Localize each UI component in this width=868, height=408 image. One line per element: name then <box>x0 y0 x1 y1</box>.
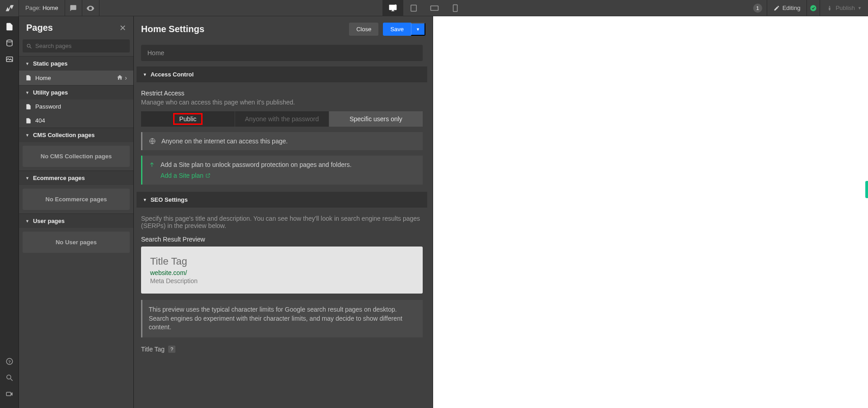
save-button[interactable]: Save <box>383 23 411 36</box>
page-value: Home <box>42 5 58 11</box>
page-indicator[interactable]: Page: Home <box>19 0 65 16</box>
serp-title: Title Tag <box>150 256 414 267</box>
ecom-pages-section[interactable]: ▼Ecommerce pages <box>19 171 133 185</box>
help-icon[interactable]: ? <box>168 346 175 353</box>
svg-point-0 <box>395 5 396 6</box>
pencil-icon <box>774 5 780 11</box>
caret-down-icon: ▼ <box>25 176 29 180</box>
mobile-landscape-device-button[interactable] <box>424 0 445 16</box>
page-name-field[interactable]: Home <box>141 45 423 61</box>
preview-icon[interactable] <box>82 0 99 16</box>
video-icon[interactable] <box>3 387 16 401</box>
svg-point-4 <box>811 5 816 11</box>
notification-count-badge[interactable]: 1 <box>753 4 762 13</box>
search-pages-input[interactable] <box>23 39 130 52</box>
caret-down-icon: ▼ <box>25 62 29 66</box>
svg-line-10 <box>10 379 13 381</box>
svg-point-12 <box>27 44 30 47</box>
arrow-up-icon <box>149 161 155 168</box>
status-ok-icon[interactable] <box>807 5 820 12</box>
svg-rect-2 <box>430 6 438 10</box>
chevron-right-icon: › <box>125 74 127 81</box>
serp-preview: Title Tag website.com/ Meta Description <box>141 247 423 294</box>
globe-icon <box>149 138 156 145</box>
caret-down-icon: ▼ <box>25 133 29 138</box>
static-pages-section[interactable]: ▼Static pages <box>19 56 133 71</box>
caret-down-icon: ▼ <box>25 219 29 223</box>
access-info-box: Anyone on the internet can access this p… <box>141 132 423 150</box>
access-option-public[interactable]: Public <box>141 111 235 127</box>
resize-handle[interactable] <box>865 181 868 198</box>
caret-down-icon: ▼ <box>25 90 29 95</box>
svg-text:?: ? <box>8 359 11 364</box>
empty-user: No User pages <box>23 232 130 253</box>
publish-button[interactable]: Publish ▼ <box>820 0 868 16</box>
top-bar: Page: Home 1 Editing <box>0 0 868 16</box>
add-element-icon[interactable] <box>3 20 16 33</box>
svg-rect-1 <box>411 5 416 11</box>
settings-panel: Home Settings Close Save ▼ Home ▼Access … <box>134 16 433 408</box>
home-icon <box>117 74 123 81</box>
chevron-down-icon: ▼ <box>416 27 420 32</box>
cms-pages-section[interactable]: ▼CMS Collection pages <box>19 128 133 142</box>
page-icon <box>25 118 32 124</box>
access-option-password[interactable]: Anyone with the password <box>235 111 329 127</box>
svg-line-13 <box>30 47 31 48</box>
restrict-access-label: Restrict Access <box>141 90 423 97</box>
seo-settings-header[interactable]: ▼SEO Settings <box>137 192 427 208</box>
save-dropdown-button[interactable]: ▼ <box>411 23 425 36</box>
title-tag-label: Title Tag <box>141 346 165 353</box>
access-control-header[interactable]: ▼Access Control <box>137 66 427 82</box>
webflow-logo-icon[interactable] <box>0 0 19 16</box>
page-item-password[interactable]: Password <box>19 100 133 114</box>
chevron-down-icon: ▼ <box>858 6 862 10</box>
pages-title: Pages <box>26 23 53 33</box>
page-label: Page: <box>25 5 41 11</box>
serp-preview-label: Search Result Preview <box>141 236 423 243</box>
caret-down-icon: ▼ <box>143 198 147 202</box>
svg-point-5 <box>7 40 12 42</box>
search-icon[interactable] <box>3 371 16 384</box>
assets-icon[interactable] <box>3 52 16 66</box>
page-icon <box>25 75 32 81</box>
tablet-device-button[interactable] <box>403 0 424 16</box>
serp-meta-desc: Meta Description <box>150 277 414 285</box>
svg-point-9 <box>7 375 11 379</box>
access-segmented-control: Public Anyone with the password Specific… <box>141 111 423 127</box>
svg-rect-3 <box>453 5 457 12</box>
empty-ecom: No Ecommerce pages <box>23 189 130 210</box>
access-option-users[interactable]: Specific users only <box>329 111 423 127</box>
help-icon[interactable]: ? <box>3 355 16 368</box>
serp-note: This preview uses the typical character … <box>141 300 423 337</box>
page-item-404[interactable]: 404 <box>19 114 133 128</box>
pages-panel: Pages ✕ ▼Static pages Home › ▼Utility pa… <box>19 16 134 408</box>
cms-icon[interactable] <box>3 36 16 50</box>
page-icon <box>25 104 32 110</box>
page-item-home[interactable]: Home › <box>19 71 133 85</box>
external-link-icon <box>205 173 211 178</box>
svg-rect-11 <box>6 392 11 396</box>
left-rail: ? <box>0 16 19 408</box>
user-pages-section[interactable]: ▼User pages <box>19 213 133 228</box>
canvas[interactable] <box>433 16 868 408</box>
close-icon[interactable]: ✕ <box>119 23 126 33</box>
serp-url: website.com/ <box>150 269 414 276</box>
add-site-plan-link[interactable]: Add a Site plan <box>160 172 211 179</box>
mobile-portrait-device-button[interactable] <box>445 0 466 16</box>
editing-mode-button[interactable]: Editing <box>767 0 807 16</box>
upsell-box: Add a Site plan to unlock password prote… <box>141 156 423 185</box>
empty-cms: No CMS Collection pages <box>23 146 130 167</box>
close-button[interactable]: Close <box>349 23 378 36</box>
rocket-icon <box>826 5 833 11</box>
search-icon <box>26 43 32 49</box>
desktop-device-button[interactable] <box>382 0 403 16</box>
settings-title: Home Settings <box>141 24 349 34</box>
comment-icon[interactable] <box>65 0 82 16</box>
caret-down-icon: ▼ <box>143 72 147 77</box>
utility-pages-section[interactable]: ▼Utility pages <box>19 85 133 100</box>
seo-desc: Specify this page's title and descriptio… <box>141 215 423 229</box>
restrict-access-desc: Manage who can access this page when it'… <box>141 99 423 106</box>
